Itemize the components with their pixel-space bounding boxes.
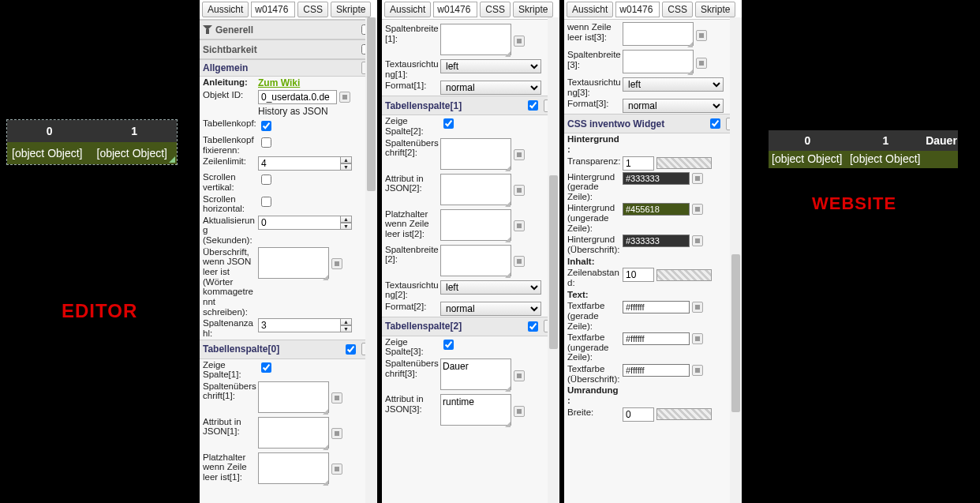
spaltenueb1-textarea[interactable] (258, 381, 329, 413)
widget-id-field[interactable]: w01476 (251, 2, 295, 17)
edit-button[interactable] (514, 36, 525, 47)
tab-css[interactable]: CSS (662, 2, 693, 17)
tabellenkopf-checkbox[interactable] (261, 121, 271, 131)
zeilenabstand-input[interactable] (623, 268, 654, 282)
aktualisierung-input[interactable] (258, 216, 341, 230)
attrjson2-textarea[interactable] (440, 174, 511, 205)
stepper-up[interactable]: ▲ (340, 318, 352, 325)
anleitung-link[interactable]: Zum Wiki (258, 77, 300, 88)
zeilenabstand-slider[interactable] (656, 269, 712, 281)
section-generell[interactable]: Generell (200, 20, 377, 39)
objektid-input[interactable] (258, 90, 337, 104)
spaltenanzahl-input[interactable] (258, 318, 341, 332)
color-pick-button[interactable] (692, 302, 703, 313)
editor-label: EDITOR (62, 300, 137, 322)
section-tabellenspalte-0[interactable]: Tabellenspalte[0] ▴ (200, 340, 377, 359)
transparenz-slider[interactable] (656, 157, 712, 169)
tab-aussicht[interactable]: Aussicht (384, 2, 431, 17)
edit-button[interactable] (514, 256, 525, 267)
tab-aussicht[interactable]: Aussicht (202, 2, 249, 17)
scrollbar[interactable] (365, 17, 377, 503)
section-tabellenspalte-2[interactable]: Tabellenspalte[2] ▴ (382, 317, 559, 336)
tabellenspalte1-checkbox[interactable] (528, 100, 538, 111)
edit-button[interactable] (331, 392, 342, 404)
css-inventwo-checkbox[interactable] (710, 118, 720, 129)
zeige-spalte3-checkbox[interactable] (443, 340, 454, 350)
spaltenbreite1-textarea[interactable] (440, 24, 511, 55)
attrjson3-textarea[interactable]: runtime (440, 394, 511, 426)
spaltenueb3-textarea[interactable]: Dauer (440, 358, 511, 390)
platz1-textarea[interactable] (258, 452, 329, 484)
section-css-inventwo[interactable]: CSS inventwo Widget ▴ (564, 114, 742, 133)
tab-skripte[interactable]: Skripte (695, 2, 735, 17)
bg-head-color[interactable]: #333333 (623, 235, 690, 247)
tabellenkopf-fix-checkbox[interactable] (261, 137, 271, 148)
format1-select[interactable]: normal (440, 81, 541, 95)
section-tabellenspalte-1[interactable]: Tabellenspalte[1] ▴ (382, 96, 559, 115)
scrollbar[interactable] (548, 17, 559, 503)
tab-skripte[interactable]: Skripte (513, 2, 553, 17)
breite-slider[interactable] (656, 408, 712, 420)
stepper-up[interactable]: ▲ (340, 156, 352, 163)
color-pick-button[interactable] (692, 333, 703, 344)
ueberschrift-edit-button[interactable] (331, 258, 342, 269)
tab-skripte[interactable]: Skripte (331, 2, 371, 17)
format3-select[interactable]: normal (623, 99, 724, 113)
color-pick-button[interactable] (692, 173, 703, 184)
breite-input[interactable] (623, 407, 654, 422)
bg-odd-color[interactable]: #455618 (623, 203, 690, 216)
widget-id-field[interactable]: w01476 (615, 2, 660, 17)
spaltenbreite3-label: Spaltenbreite[3]: (567, 50, 623, 69)
scrollbar[interactable] (730, 17, 742, 503)
edit-button[interactable] (514, 185, 525, 196)
platz2-textarea[interactable] (440, 209, 511, 241)
tab-css[interactable]: CSS (297, 2, 328, 17)
tab-css[interactable]: CSS (480, 2, 511, 17)
editor-cell-1: [object Object] (92, 142, 178, 164)
tab-aussicht[interactable]: Aussicht (567, 2, 613, 17)
transparenz-input[interactable] (623, 156, 654, 171)
zeige-spalte1-checkbox[interactable] (261, 362, 271, 373)
edit-button[interactable] (696, 58, 707, 69)
textaus1-select[interactable]: left (440, 59, 541, 73)
spaltenueb2-textarea[interactable] (440, 138, 511, 170)
edit-button[interactable] (514, 406, 525, 417)
ueberschrift-textarea[interactable] (258, 247, 329, 279)
txt-odd-color[interactable]: #ffffff (623, 332, 690, 345)
editor-widget-preview[interactable]: 0 1 [object Object] [object Object] (6, 119, 178, 165)
color-pick-button[interactable] (692, 235, 703, 246)
edit-button[interactable] (696, 30, 707, 41)
spaltenbreite3-textarea[interactable] (623, 50, 694, 73)
stepper-down[interactable]: ▼ (340, 325, 352, 332)
scroll-horizontal-checkbox[interactable] (261, 197, 271, 207)
tabellenspalte2-checkbox[interactable] (528, 321, 538, 332)
format2-select[interactable]: normal (440, 302, 541, 316)
stepper-up[interactable]: ▲ (340, 216, 352, 223)
zeilenlimit-input[interactable] (258, 156, 341, 171)
stepper-down[interactable]: ▼ (340, 223, 352, 230)
textaus2-select[interactable]: left (440, 280, 541, 295)
section-allgemein[interactable]: Allgemein ▴ (200, 59, 377, 77)
color-pick-button[interactable] (692, 204, 703, 215)
edit-button[interactable] (331, 428, 342, 439)
bg-even-color[interactable]: #333333 (623, 172, 690, 185)
edit-button[interactable] (514, 370, 525, 381)
resize-handle-icon[interactable] (169, 156, 175, 163)
zeige-spalte2-checkbox[interactable] (443, 118, 454, 129)
txt-head-color[interactable]: #ffffff (623, 364, 690, 377)
spaltenbreite2-textarea[interactable] (440, 245, 511, 276)
tabellenspalte0-checkbox[interactable] (346, 344, 356, 355)
edit-button[interactable] (331, 464, 342, 475)
attrjson1-textarea[interactable] (258, 417, 329, 449)
section-sichtbarkeit[interactable]: Sichtbarkeit (200, 39, 377, 59)
txt-even-color[interactable]: #ffffff (623, 301, 690, 313)
platz3-textarea[interactable] (623, 22, 694, 46)
objektid-browse-button[interactable] (339, 92, 350, 103)
edit-button[interactable] (514, 149, 525, 160)
stepper-down[interactable]: ▼ (340, 163, 352, 171)
widget-id-field[interactable]: w01476 (433, 2, 477, 17)
scroll-vertikal-checkbox[interactable] (261, 175, 271, 185)
edit-button[interactable] (514, 220, 525, 231)
color-pick-button[interactable] (692, 365, 703, 376)
textaus3-select[interactable]: left (623, 77, 724, 92)
